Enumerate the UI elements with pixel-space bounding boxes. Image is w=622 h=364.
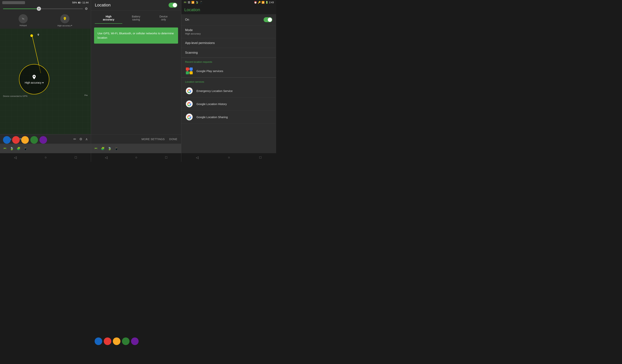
google-location-history-name: Google Location History (196, 102, 227, 106)
location-pin-icon (63, 17, 67, 21)
status-bar-1: 58% 11:44 (0, 0, 91, 5)
blurred-notification (2, 1, 25, 4)
mode-row[interactable]: Mode High accuracy (181, 25, 276, 38)
location-accuracy-circle: High accuracy ▾ (19, 64, 49, 95)
location-tile[interactable]: High accuracy ▾ (58, 14, 72, 27)
leaf-icon-1: 🍃 (10, 147, 14, 150)
app-permissions-row[interactable]: App-level permissions (181, 38, 276, 48)
location-on-row[interactable]: On (181, 14, 276, 25)
brightness-slider[interactable] (3, 9, 83, 9)
nav-bar-1: ◁ ○ □ (0, 153, 91, 162)
phone-icon-1: 📱 (23, 147, 27, 150)
puzzle-icon-2: 🧩 (101, 147, 105, 150)
google-location-sharing-name: Google Location Sharing (196, 115, 228, 119)
hotspot-icon-bg (19, 14, 28, 23)
voicemail-icon-1: 📟 (3, 147, 7, 150)
voicemail-status-icon: 📟 (184, 1, 187, 4)
toggle-thumb (173, 3, 177, 7)
svg-point-16 (189, 72, 190, 73)
svg-point-18 (191, 70, 192, 72)
nav-bar-2: ◁ ○ □ (91, 153, 181, 162)
back-nav-icon-1[interactable]: ◁ (14, 155, 17, 160)
google-play-services-icon (185, 67, 194, 75)
emergency-location-name: Emergency Location Service (196, 89, 233, 93)
tab-device-only[interactable]: Deviceonly (150, 14, 177, 24)
app-circle-red (12, 136, 20, 144)
brightness-fill (3, 9, 39, 9)
svg-point-3 (39, 8, 39, 9)
key-status-icon: 🔑 (258, 1, 261, 4)
app-circle-green (30, 136, 38, 144)
done-button[interactable]: DONE (169, 138, 177, 141)
hotspot-tile[interactable]: Hotspot (19, 14, 28, 27)
svg-rect-12 (190, 67, 193, 71)
status-bar-3: 📟 🖼 📶 🍃 📱 ⏰ 🔑 📶 🔋 2:43 (181, 0, 276, 5)
svg-rect-13 (186, 71, 189, 74)
recents-nav-icon-3[interactable]: □ (259, 155, 261, 159)
leaf-icon-2: 🍃 (108, 147, 112, 150)
location-toggle[interactable] (169, 3, 177, 8)
mode-tabs: Highaccuracy Batterysaving Deviceonly (91, 10, 181, 25)
google-play-services-row[interactable]: Google Play services (181, 64, 276, 77)
mode-value: High accuracy (185, 32, 201, 35)
svg-rect-11 (186, 67, 189, 71)
settings-gear-icon[interactable]: ⚙ (85, 7, 88, 11)
vpn-notice: Device connected to IVPN (3, 95, 27, 97)
home-nav-icon-3[interactable]: ○ (228, 155, 230, 159)
taskbar-2: 📟 🧩 🍃 📱 (91, 144, 181, 153)
time-text: 11:44 (82, 1, 89, 4)
mode-info: Mode High accuracy (185, 28, 201, 35)
recents-nav-icon-1[interactable]: □ (75, 155, 77, 159)
scanning-row[interactable]: Scanning (181, 48, 276, 58)
alarm-status-icon: ⏰ (254, 1, 257, 4)
brightness-thumb (37, 7, 41, 11)
location-pin-large-icon (31, 74, 37, 81)
google-g-svg-3 (185, 113, 193, 121)
map-background: High accuracy ▾ Device connected to IVPN… (0, 29, 91, 134)
location-on-toggle[interactable] (264, 17, 272, 22)
quick-tiles-row: Hotspot High accuracy ▾ (0, 12, 91, 29)
back-nav-icon-3[interactable]: ◁ (196, 155, 198, 160)
battery-saving-tab-label: Batterysaving (123, 15, 149, 21)
battery-status-icon: 🔋 (265, 1, 268, 4)
app-permissions-label: App-level permissions (185, 41, 215, 45)
circle-label: High accuracy ▾ (25, 81, 44, 84)
panel-2-header: Location (91, 0, 181, 10)
high-accuracy-tab-label: Highaccuracy (96, 15, 121, 21)
home-nav-icon-2[interactable]: ○ (136, 155, 137, 159)
app-circle-purple (39, 136, 47, 144)
home-nav-icon-1[interactable]: ○ (45, 155, 47, 159)
recents-nav-icon-2[interactable]: □ (165, 155, 167, 159)
tab-battery-saving[interactable]: Batterysaving (122, 14, 150, 24)
status-time-3: 2:43 (269, 1, 274, 4)
voicemail-icon-2: 📟 (94, 147, 98, 150)
hotspot-icon (21, 17, 25, 21)
tab-high-accuracy[interactable]: Highaccuracy (95, 14, 122, 24)
phone-status-icon: 📱 (200, 1, 203, 4)
panel-3-content: On Mode High accuracy App-level permissi… (181, 14, 276, 153)
scanning-label: Scanning (185, 51, 198, 54)
google-location-sharing-icon (185, 113, 194, 121)
location-icon-bg (60, 14, 69, 23)
svg-rect-1 (81, 2, 81, 3)
taskbar-1: 📟 🍃 🧩 📱 (0, 144, 91, 153)
location-settings-panel: 📟 🖼 📶 🍃 📱 ⏰ 🔑 📶 🔋 2:43 Location On Mode (181, 0, 276, 162)
quick-settings-panel: 58% 11:44 ⚙ Hotspot (0, 0, 91, 162)
google-g-svg-2 (185, 100, 193, 108)
emergency-location-row[interactable]: Emergency Location Service (181, 84, 276, 97)
puzzle-piece-svg (185, 67, 193, 75)
google-location-sharing-row[interactable]: Google Location Sharing (181, 111, 276, 124)
svg-rect-2 (78, 2, 80, 3)
leaf-status-icon: 🍃 (195, 1, 198, 4)
status-icons-left: 📟 🖼 📶 🍃 📱 (184, 1, 203, 4)
more-settings-button[interactable]: MORE SETTINGS (141, 138, 165, 141)
svg-rect-14 (190, 71, 193, 74)
location-tile-label: High accuracy ▾ (58, 24, 72, 27)
google-location-history-icon (185, 100, 194, 108)
panel-3-title: Location (181, 5, 276, 14)
google-location-history-row[interactable]: Google Location History (181, 97, 276, 111)
phone-icon-2: 📱 (115, 147, 118, 150)
sun-icon (38, 7, 40, 10)
vpn-key-icon: 🗝 (84, 93, 88, 97)
back-nav-icon-2[interactable]: ◁ (105, 155, 108, 160)
